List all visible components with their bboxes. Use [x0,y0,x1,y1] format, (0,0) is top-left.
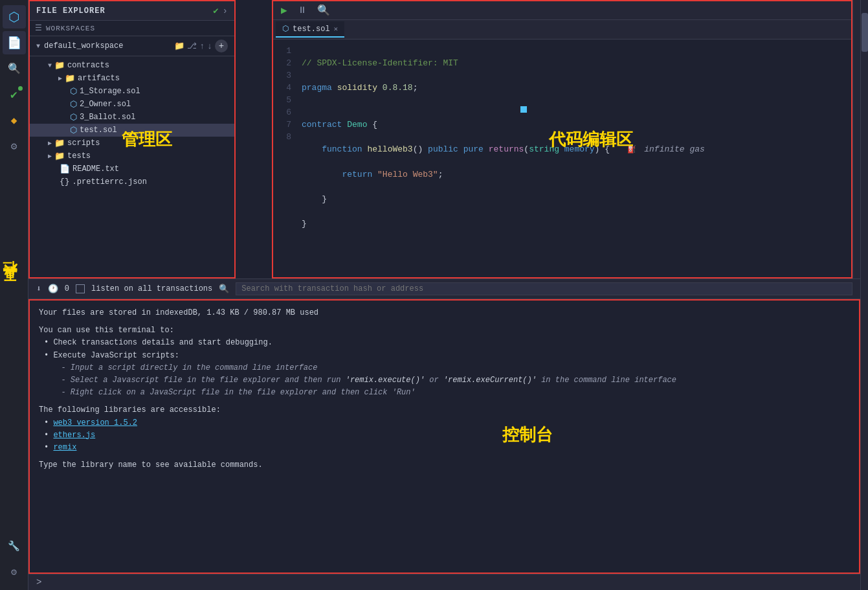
tree-item-1storage[interactable]: ⬡ 1_Storage.sol [30,85,234,98]
transaction-count: 0 [65,284,69,293]
console-line-tip: Type the library name to see available c… [39,459,850,471]
console-line-8: The following libraries are accessible: [39,404,850,416]
hamburger-icon[interactable]: ☰ [35,23,42,33]
tree-item-contracts[interactable]: ▼ 📁 contracts [30,59,234,72]
compiler-icon[interactable]: ✔ [3,83,26,106]
toolbar-annotation-label: 工具栏 [1,285,21,293]
settings-gear-icon[interactable]: ⚙ [3,560,26,584]
folder-tests-icon: 📁 [54,151,65,161]
tree-item-artifacts[interactable]: ▶ 📁 artifacts [30,72,234,85]
plugin-icon[interactable]: ⚙ [3,135,26,158]
tree-item-scripts[interactable]: ▶ 📁 scripts [30,137,234,150]
code-editor[interactable]: 1 2 3 4 5 6 7 8 // SPDX-License-Identifi… [273,40,851,277]
code-content[interactable]: // SPDX-License-Identifier: MIT pragma s… [296,40,851,277]
console-line-web3[interactable]: • web3 version 1.5.2 [44,417,850,429]
deploy-icon[interactable]: ◆ [3,109,26,132]
clock-icon[interactable]: 🕐 [48,284,58,294]
tree-item-prettierrc[interactable]: {} .prettierrc.json [30,176,234,188]
scripts-label: scripts [67,139,100,148]
tests-label: tests [67,152,91,161]
file-readme-label: README.txt [72,165,119,174]
sol-icon-test: ⬡ [70,125,77,135]
console-line-4: • Execute JavaScript scripts: [44,350,850,362]
tree-item-2owner[interactable]: ⬡ 2_Owner.sol [30,98,234,111]
sol-icon-3: ⬡ [70,112,77,122]
file-2owner-label: 2_Owner.sol [80,100,131,109]
workspaces-label: WORKSPACES [46,25,95,32]
tab-testsol[interactable]: ⬡ test.sol ✕ [276,21,344,38]
tab-sol-icon: ⬡ [282,24,289,34]
folder-artifacts-icon: 📁 [65,73,75,84]
upload-icon[interactable]: ↑ [199,41,205,51]
transaction-search-input[interactable] [236,282,852,295]
contracts-label: contracts [67,61,109,70]
workspace-chevron-icon[interactable]: ▼ [36,43,40,50]
chevron-tests-icon: ▶ [48,152,52,160]
console-area[interactable]: Your files are stored in indexedDB, 1.43… [28,299,860,574]
folder-scripts-icon: 📁 [54,138,65,148]
file-3ballot-label: 3_Ballot.sol [80,113,135,122]
chevron-scripts-icon: ▶ [48,139,52,147]
console-line-ethers[interactable]: • ethers.js [44,429,850,442]
file-readme-icon: 📄 [60,164,70,174]
chevron-down-icon: ▼ [48,62,52,69]
folder-contracts-icon: 📁 [54,60,65,71]
tree-item-testsol[interactable]: ⬡ test.sol [30,124,234,137]
listen-label: listen on all transactions [91,284,212,293]
line-numbers: 1 2 3 4 5 6 7 8 [273,40,296,277]
file-explorer-title: FILE EXPLORER [36,6,106,16]
header-arrow-icon[interactable]: › [223,6,228,16]
folder-icon-ws[interactable]: 📁 [174,41,184,51]
file-testsol-label: test.sol [80,126,117,135]
remix-logo-icon[interactable]: ⬡ [3,5,26,28]
search-txn-icon[interactable]: 🔍 [219,284,229,294]
file-tree: ▼ 📁 contracts ▶ 📁 artifacts [30,56,234,277]
tree-item-readme[interactable]: 📄 README.txt [30,163,234,176]
run-button[interactable]: ▶ [278,3,290,18]
console-line-7: - Right click on a JavaScript file in th… [52,387,850,399]
console-line-3: • Check transactions details and start d… [44,337,850,349]
listen-checkbox[interactable] [76,284,85,293]
workspace-name: default_workspace [44,41,123,51]
console-prompt-icon[interactable]: > [36,577,41,587]
editor-scrollbar[interactable] [852,0,860,278]
file-explorer-icon[interactable]: 📄 [3,31,26,54]
sidebar: ⬡ 📄 🔍 ✔ ◆ ⚙ 🔧 ⚙ 工具栏 [0,0,28,590]
console-line-2: You can use this terminal to: [39,324,850,337]
tab-close-icon[interactable]: ✕ [334,25,339,33]
add-workspace-button[interactable]: + [215,40,228,52]
header-check-icon[interactable]: ✔ [213,5,218,16]
tree-item-tests[interactable]: ▶ 📁 tests [30,150,234,163]
debug-icon[interactable]: ⏸ [295,4,309,17]
git-icon[interactable]: ⎇ [187,41,197,51]
search-icon[interactable]: 🔍 [3,57,26,80]
file-1storage-label: 1_Storage.sol [80,87,140,96]
console-line-remix[interactable]: • remix [44,442,850,454]
download-icon[interactable]: ↓ [207,41,212,51]
artifacts-label: artifacts [78,74,120,83]
file-prettierrc-label: .prettierrc.json [72,177,147,187]
console-line-5: - Input a script directly in the command… [52,362,850,374]
sol-icon-1: ⬡ [70,86,77,96]
wrench-icon[interactable]: 🔧 [3,534,26,558]
expand-icon[interactable]: ⬇ [36,284,41,294]
chevron-right-icon: ▶ [58,74,62,82]
console-line-1: Your files are stored in indexedDB, 1.43… [39,307,850,319]
zoom-in-icon[interactable]: 🔍 [315,3,333,18]
tree-item-3ballot[interactable]: ⬡ 3_Ballot.sol [30,111,234,124]
file-prettierrc-icon: {} [60,177,70,187]
transaction-bar: ⬇ 🕐 0 listen on all transactions 🔍 [28,278,860,299]
outer-scrollbar[interactable] [860,0,868,590]
sol-icon-2: ⬡ [70,99,77,109]
console-footer: > [28,574,860,590]
console-line-6: - Select a Javascript file in the file e… [52,374,850,387]
tab-testsol-label: test.sol [293,25,330,34]
